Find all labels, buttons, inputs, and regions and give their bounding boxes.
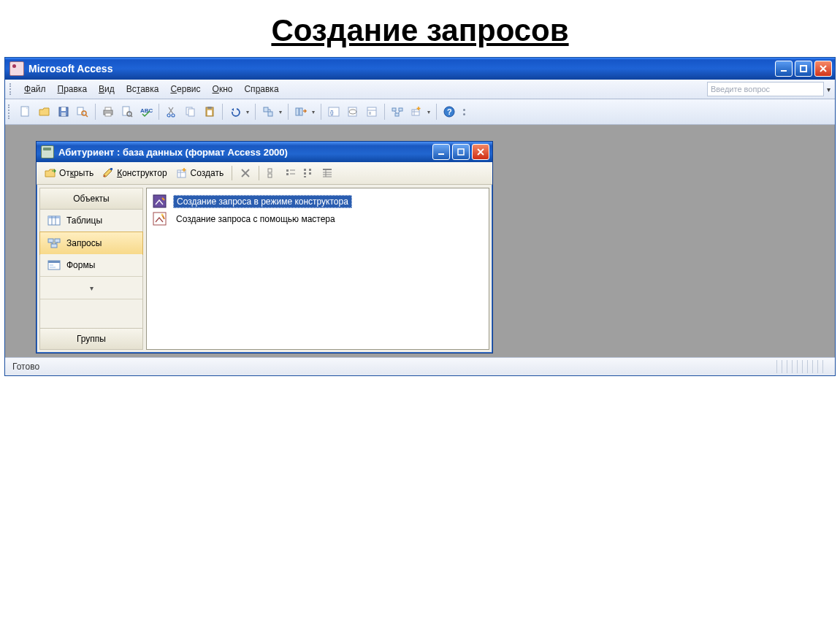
new-file-icon[interactable]	[17, 103, 34, 121]
properties-icon[interactable]	[363, 103, 381, 121]
svg-rect-10	[105, 107, 111, 110]
svg-rect-37	[412, 110, 419, 115]
db-maximize-button[interactable]	[452, 144, 470, 160]
close-button[interactable]	[814, 61, 832, 77]
print-preview-icon[interactable]	[118, 103, 136, 121]
svg-rect-44	[110, 168, 112, 170]
svg-rect-57	[309, 169, 311, 171]
open-file-icon[interactable]	[36, 103, 53, 121]
toolbar: ABC ▾ ▾ ▾ {} ▾ ?	[5, 99, 835, 125]
new-object-icon[interactable]	[408, 103, 425, 121]
svg-rect-11	[105, 113, 111, 116]
svg-rect-68	[48, 239, 53, 242]
undo-icon[interactable]	[226, 103, 244, 121]
code-icon[interactable]: {}	[325, 103, 343, 121]
menu-file[interactable]: Файл	[18, 84, 52, 94]
spellcheck-icon[interactable]: ABC	[137, 103, 155, 121]
nav-forms[interactable]: Формы	[40, 254, 142, 277]
slide-title: Создание запросов	[0, 13, 840, 48]
list-item-wizard-label: Создание запроса с помощью мастера	[173, 213, 338, 225]
office-links-dropdown-icon[interactable]: ▾	[277, 109, 284, 115]
nav-tables[interactable]: Таблицы	[40, 210, 142, 232]
database-window: Абитуриент : база данных (формат Access …	[36, 141, 493, 353]
menu-edit[interactable]: Правка	[52, 84, 93, 94]
details-view-icon[interactable]	[319, 165, 335, 181]
nav-queries[interactable]: Запросы	[39, 232, 143, 255]
toolbar-overflow-icon[interactable]	[461, 103, 467, 121]
svg-rect-22	[207, 110, 212, 115]
svg-text:?: ?	[447, 107, 452, 116]
svg-rect-21	[207, 107, 212, 109]
svg-text:{}: {}	[330, 110, 334, 115]
menu-insert[interactable]: Вставка	[121, 84, 165, 94]
svg-rect-50	[286, 169, 289, 172]
svg-rect-49	[268, 174, 272, 177]
help-icon[interactable]: ?	[440, 103, 458, 121]
search-file-icon[interactable]	[74, 103, 91, 121]
maximize-button[interactable]	[795, 61, 812, 77]
create-button[interactable]: Создать	[172, 166, 227, 180]
svg-rect-56	[304, 176, 306, 177]
undo-dropdown-icon[interactable]: ▾	[244, 109, 251, 115]
status-text: Готово	[12, 362, 39, 372]
list-view-icon[interactable]	[301, 165, 317, 181]
svg-rect-70	[51, 244, 57, 248]
svg-rect-0	[781, 70, 787, 72]
script-icon[interactable]	[344, 103, 362, 121]
small-icons-view-icon[interactable]	[283, 165, 299, 181]
svg-rect-48	[268, 169, 272, 172]
print-icon[interactable]	[99, 103, 117, 121]
relationships-icon[interactable]	[389, 103, 406, 121]
db-close-button[interactable]	[472, 144, 489, 160]
database-toolbar: Открыть Конструктор Создать	[37, 162, 492, 185]
db-minimize-button[interactable]	[432, 144, 450, 160]
menu-view[interactable]: Вид	[93, 84, 121, 94]
nav-queries-label: Запросы	[66, 238, 102, 248]
nav-more[interactable]: ▾	[40, 277, 142, 299]
statusbar: Готово	[5, 357, 835, 375]
svg-rect-29	[348, 107, 356, 116]
save-icon[interactable]	[55, 103, 72, 121]
svg-rect-43	[458, 149, 464, 155]
new-object-dropdown-icon[interactable]: ▾	[425, 109, 432, 115]
svg-rect-31	[367, 107, 376, 116]
menubar-grip	[9, 83, 14, 95]
copy-icon[interactable]	[182, 103, 199, 121]
groups-header[interactable]: Группы	[40, 328, 142, 349]
analyze-dropdown-icon[interactable]: ▾	[310, 109, 317, 115]
svg-rect-69	[55, 239, 60, 242]
open-button[interactable]: Открыть	[41, 166, 96, 180]
app-title: Microsoft Access	[28, 63, 112, 74]
list-item-design-view-label: Создание запроса в режиме конструктора	[173, 195, 352, 208]
svg-rect-35	[399, 108, 402, 111]
svg-rect-25	[296, 108, 299, 115]
large-icons-view-icon[interactable]	[264, 165, 280, 181]
minimize-button[interactable]	[775, 61, 793, 77]
menu-help[interactable]: Справка	[238, 84, 284, 94]
svg-rect-72	[48, 261, 60, 263]
list-item-design-view[interactable]: Создание запроса в режиме конструктора	[151, 193, 484, 210]
svg-rect-42	[438, 153, 444, 155]
titlebar: Microsoft Access	[5, 58, 835, 80]
paste-icon[interactable]	[201, 103, 218, 121]
delete-icon[interactable]	[237, 165, 253, 181]
database-icon	[41, 145, 54, 158]
ask-question-box[interactable]: Введите вопрос	[707, 82, 824, 96]
svg-rect-24	[268, 112, 272, 116]
svg-rect-55	[304, 172, 306, 175]
svg-point-16	[167, 114, 170, 117]
menu-window[interactable]: Окно	[207, 84, 239, 94]
design-button[interactable]: Конструктор	[99, 166, 169, 180]
database-titlebar: Абитуриент : база данных (формат Access …	[37, 142, 492, 162]
list-item-wizard[interactable]: Создание запроса с помощью мастера	[151, 210, 484, 228]
menubar: Файл Правка Вид Вставка Сервис Окно Спра…	[5, 80, 835, 99]
cut-icon[interactable]	[163, 103, 180, 121]
objects-header[interactable]: Объекты	[40, 188, 142, 210]
menu-tools[interactable]: Сервис	[164, 84, 206, 94]
analyze-icon[interactable]	[292, 103, 310, 121]
office-links-icon[interactable]	[259, 103, 277, 121]
svg-point-77	[161, 214, 164, 216]
svg-rect-5	[61, 112, 66, 116]
ask-dropdown-icon[interactable]: ▾	[827, 85, 831, 93]
svg-line-8	[85, 115, 88, 117]
